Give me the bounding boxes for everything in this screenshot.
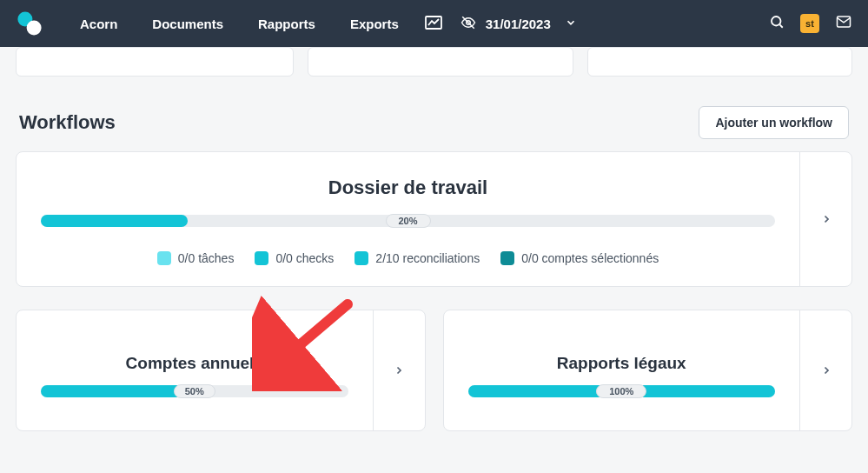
main-nav: Acorn Documents Rapports Exports 31/01/2… xyxy=(63,0,586,47)
nav-item-rapports[interactable]: Rapports xyxy=(241,0,333,47)
app-logo[interactable] xyxy=(12,6,47,41)
legend-label: 0/0 comptes sélectionnés xyxy=(521,251,659,265)
workflow-title: Dossier de travail xyxy=(36,177,780,199)
search-icon[interactable] xyxy=(769,14,785,33)
card-expand-button[interactable] xyxy=(373,310,425,430)
workflow-title: Rapports légaux xyxy=(463,354,781,373)
topbar: Acorn Documents Rapports Exports 31/01/2… xyxy=(0,0,868,47)
strip-card xyxy=(308,47,573,77)
progress-label: 20% xyxy=(385,214,430,228)
svg-point-6 xyxy=(772,17,781,26)
legend-label: 0/0 tâches xyxy=(178,251,235,265)
legend-label: 2/10 reconciliations xyxy=(375,251,480,265)
mail-icon[interactable] xyxy=(835,14,852,33)
legend-item: 0/0 comptes sélectionnés xyxy=(500,251,659,265)
chart-icon[interactable] xyxy=(416,0,451,47)
workflow-card-comptes: Comptes annuels 50% xyxy=(16,310,426,431)
card-expand-button[interactable] xyxy=(799,152,851,286)
chevron-down-icon[interactable] xyxy=(560,17,577,31)
legend-item: 2/10 reconciliations xyxy=(354,251,480,265)
svg-point-2 xyxy=(27,21,42,36)
progress-bar: 50% xyxy=(41,385,348,397)
workflow-card-main: Dossier de travail 20% 0/0 tâches 0/0 ch… xyxy=(16,151,852,287)
swatch-icon xyxy=(500,251,514,265)
nav-item-documents[interactable]: Documents xyxy=(135,0,241,47)
strip-card xyxy=(16,47,294,77)
workflow-card-rapports: Rapports légaux 100% xyxy=(443,310,853,431)
legend: 0/0 tâches 0/0 checks 2/10 reconciliatio… xyxy=(36,251,780,265)
add-workflow-button[interactable]: Ajouter un workflow xyxy=(699,106,849,139)
legend-label: 0/0 checks xyxy=(275,251,334,265)
strip-card xyxy=(587,47,852,77)
progress-label: 100% xyxy=(596,384,646,398)
progress-fill xyxy=(41,385,195,397)
workflow-title: Comptes annuels xyxy=(36,354,354,373)
swatch-icon xyxy=(157,251,171,265)
nav-item-exports[interactable]: Exports xyxy=(333,0,416,47)
nav-item-acorn[interactable]: Acorn xyxy=(63,0,135,47)
progress-fill xyxy=(41,215,188,227)
section-title: Workflows xyxy=(19,111,116,134)
eye-off-icon[interactable] xyxy=(460,15,477,33)
card-expand-button[interactable] xyxy=(799,310,851,430)
progress-label: 50% xyxy=(174,384,215,398)
svg-line-7 xyxy=(779,24,782,27)
progress-bar: 100% xyxy=(468,385,776,397)
legend-item: 0/0 checks xyxy=(255,251,334,265)
swatch-icon xyxy=(354,251,368,265)
summary-strip xyxy=(16,47,852,77)
date-display[interactable]: 31/01/2023 xyxy=(486,17,551,31)
swatch-icon xyxy=(255,251,268,265)
user-badge[interactable]: st xyxy=(800,14,819,33)
progress-bar: 20% xyxy=(41,215,775,227)
legend-item: 0/0 tâches xyxy=(157,251,235,265)
